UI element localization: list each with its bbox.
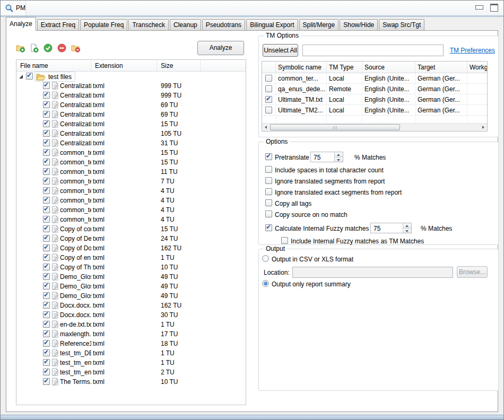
file-table-row[interactable]: Centralizatio txml 31 TU: [16, 138, 246, 148]
file-checkbox[interactable]: [43, 168, 50, 175]
option-checkbox[interactable]: [265, 177, 272, 184]
tab-cleanup[interactable]: Cleanup: [170, 19, 201, 30]
file-checkbox[interactable]: [43, 349, 50, 356]
file-table-row[interactable]: Centralizatio txml 69 TU: [16, 110, 246, 119]
fuzzy-value[interactable]: 75: [371, 223, 403, 233]
file-checkbox[interactable]: [43, 378, 50, 385]
tm-horizontal-scrollbar[interactable]: [262, 123, 487, 131]
output-summary-radio[interactable]: [262, 280, 269, 287]
fuzzy-include-checkbox[interactable]: [281, 237, 288, 244]
column-header-size[interactable]: Size: [157, 60, 201, 71]
remove-folder-icon[interactable]: [71, 43, 80, 52]
maximize-button[interactable]: [490, 4, 498, 12]
pretranslate-spinner[interactable]: 75: [310, 152, 343, 162]
expander-icon[interactable]: [19, 74, 23, 79]
file-checkbox[interactable]: [43, 225, 50, 232]
tm-checkbox[interactable]: [265, 85, 272, 92]
tab-split-merge[interactable]: Split/Merge: [299, 19, 339, 30]
scroll-left-arrow[interactable]: [262, 124, 270, 131]
file-table-row[interactable]: maxlength.x txml 17 TU: [16, 329, 246, 339]
add-folder-icon[interactable]: [16, 43, 25, 52]
file-checkbox[interactable]: [43, 235, 50, 242]
file-table-row[interactable]: common_te txml 4 TU: [16, 196, 246, 205]
tm-table-row[interactable]: qa_enus_dede... Remote English (Unite...…: [262, 84, 487, 94]
file-table-row[interactable]: Copy of cor txml 15 TU: [16, 224, 246, 234]
tm-column-tm-type[interactable]: TM Type: [327, 62, 362, 73]
file-table-row[interactable]: Centralizatio txml 15 TU: [16, 119, 246, 129]
file-checkbox[interactable]: [43, 359, 50, 366]
file-checkbox[interactable]: [43, 254, 50, 261]
tab-pseudotrans[interactable]: Pseudotrans: [202, 19, 245, 30]
add-file-icon[interactable]: [30, 43, 39, 52]
check-all-icon[interactable]: [44, 43, 53, 52]
column-header-file-name[interactable]: File name: [16, 60, 91, 71]
column-header-extension[interactable]: Extension: [91, 60, 157, 71]
scrollbar-thumb[interactable]: [270, 124, 400, 130]
file-checkbox[interactable]: [43, 120, 50, 127]
tab-swap-src-tgt[interactable]: Swap Src/Tgt: [379, 19, 424, 30]
file-checkbox[interactable]: [43, 330, 50, 337]
file-table-row[interactable]: common_te txml 15 TU: [16, 158, 246, 167]
file-table-row[interactable]: Docx.docx.t txml 162 TU: [16, 301, 246, 310]
file-table-row[interactable]: Centralizatio txml 69 TU: [16, 100, 246, 110]
location-input[interactable]: [292, 267, 453, 278]
file-checkbox[interactable]: [43, 130, 50, 137]
file-table-row[interactable]: Docx.docx.t txml 30 TU: [16, 310, 246, 320]
tab-bilingual-export[interactable]: Bilingual Export: [246, 19, 298, 30]
file-checkbox[interactable]: [43, 187, 50, 194]
fuzzy-spinner[interactable]: 75: [370, 223, 412, 233]
file-checkbox[interactable]: [43, 101, 50, 108]
file-checkbox[interactable]: [43, 264, 50, 270]
file-table-row[interactable]: Centralizatio txml 999 TU: [16, 81, 246, 91]
root-checkbox[interactable]: [26, 73, 33, 80]
tm-checkbox[interactable]: [265, 96, 272, 103]
tab-show-hide[interactable]: Show/Hide: [340, 19, 378, 30]
tm-checkbox[interactable]: [265, 107, 272, 113]
tab-transcheck[interactable]: Transcheck: [128, 19, 169, 30]
file-checkbox[interactable]: [43, 311, 50, 318]
pretranslate-value[interactable]: 75: [311, 152, 334, 162]
file-table-row[interactable]: Copy of en- txml 1 TU: [16, 253, 246, 262]
option-checkbox[interactable]: [265, 166, 272, 173]
file-table-row[interactable]: test_tm_enf txml 1 TU: [16, 358, 246, 368]
file-table-row[interactable]: common_te txml 15 TU: [16, 148, 246, 158]
file-checkbox[interactable]: [43, 149, 50, 156]
file-table-row[interactable]: Copy of Der txml 24 TU: [16, 234, 246, 243]
file-checkbox[interactable]: [43, 283, 50, 290]
file-table-row[interactable]: common_te txml 4 TU: [16, 215, 246, 224]
file-table-row[interactable]: common_te txml 4 TU: [16, 205, 246, 215]
file-table-row[interactable]: en-de.txt.txt txml 1 TU: [16, 320, 246, 329]
tm-checkbox[interactable]: [265, 75, 272, 82]
file-tree-root-row[interactable]: test files: [16, 72, 246, 81]
file-checkbox[interactable]: [43, 273, 50, 280]
file-table-row[interactable]: Centralizatio txml 999 TU: [16, 91, 246, 100]
file-checkbox[interactable]: [43, 321, 50, 328]
file-checkbox[interactable]: [43, 302, 50, 309]
spin-up-icon[interactable]: [403, 223, 411, 228]
file-checkbox[interactable]: [43, 197, 50, 204]
option-checkbox[interactable]: [265, 211, 272, 217]
file-table-row[interactable]: Reference1_ txml 18 TU: [16, 339, 246, 348]
minimize-button[interactable]: [475, 5, 483, 10]
spin-up-icon[interactable]: [334, 152, 343, 157]
spin-down-icon[interactable]: [403, 228, 411, 233]
tm-column-symbolic-name[interactable]: Symbolic name: [276, 62, 327, 73]
file-table-row[interactable]: Copy of Doc txml 162 TU: [16, 243, 246, 253]
tab-extract-freq[interactable]: Extract Freq: [37, 19, 79, 30]
file-table-row[interactable]: common_te txml 11 TU: [16, 167, 246, 177]
tm-column-target[interactable]: Target: [415, 62, 467, 73]
file-table-row[interactable]: common_te txml 7 TU: [16, 177, 246, 186]
file-checkbox[interactable]: [43, 92, 50, 99]
pretranslate-checkbox[interactable]: [265, 153, 272, 160]
unselect-all-button[interactable]: Unselect All: [263, 44, 298, 57]
output-csv-radio[interactable]: [262, 255, 269, 262]
file-checkbox[interactable]: [43, 216, 50, 223]
tm-table-row[interactable]: Ultimate_TM.txt Local English (Unite... …: [262, 94, 487, 105]
tab-analyze[interactable]: Analyze: [6, 17, 36, 31]
file-checkbox[interactable]: [43, 111, 50, 118]
file-table-row[interactable]: Centralizatio txml 105 TU: [16, 129, 246, 138]
file-table-row[interactable]: test_tm_enf txml 2 TU: [16, 368, 246, 377]
option-checkbox[interactable]: [265, 199, 272, 206]
tm-column-workgroup[interactable]: Workgroup: [467, 62, 487, 73]
file-checkbox[interactable]: [43, 369, 50, 375]
